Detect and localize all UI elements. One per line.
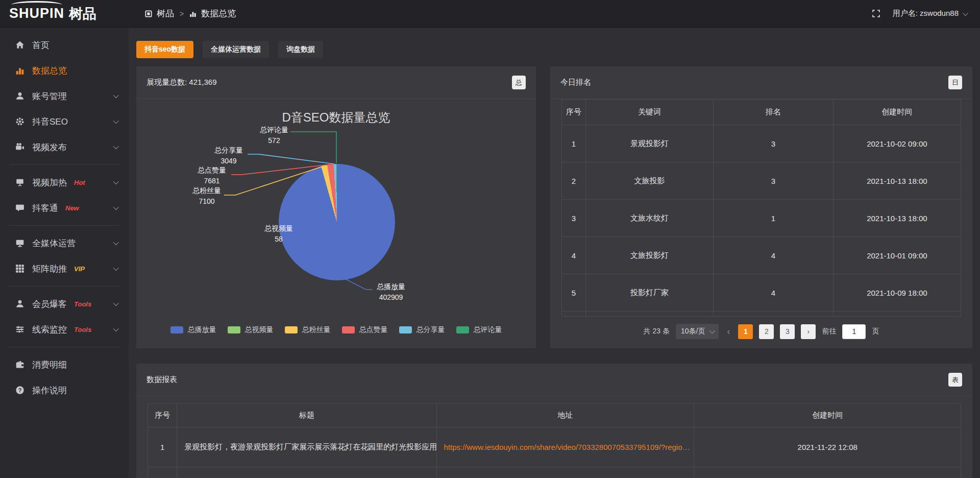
sidebar-divider bbox=[9, 164, 119, 165]
goto-page-input[interactable] bbox=[842, 324, 866, 339]
ranking-table: 序号 关键词 排名 创建时间 1景观投影灯32021-10-02 09:00 2… bbox=[561, 99, 961, 317]
sidebar-divider bbox=[9, 347, 119, 347]
impressions-total-label: 展现量总数: 421,369 bbox=[146, 78, 217, 87]
sidebar-item-account[interactable]: 账号管理 bbox=[0, 83, 129, 109]
sliders-icon bbox=[15, 325, 24, 334]
report-table: 序号 标题 地址 创建时间 1 景观投影灯，夜游景观投影灯厂家展示展示落花灯在花… bbox=[148, 403, 961, 478]
pie-callout-lines bbox=[136, 99, 536, 348]
sidebar-item-video-heat[interactable]: 视频加热 Hot bbox=[0, 170, 129, 195]
breadcrumb: 树品 > 数据总览 bbox=[145, 8, 236, 19]
svg-text:?: ? bbox=[18, 387, 22, 393]
chevron-down-icon bbox=[113, 179, 119, 184]
legend-item-plays[interactable]: 总播放量 bbox=[170, 325, 216, 334]
legend-swatch bbox=[456, 326, 469, 333]
goto-suffix-label: 页 bbox=[872, 327, 879, 336]
table-row: 4文旅投影灯42021-10-01 09:00 bbox=[562, 237, 961, 274]
fullscreen-icon[interactable] bbox=[872, 9, 880, 18]
breadcrumb-root[interactable]: 树品 bbox=[157, 8, 174, 19]
sidebar-item-spending-detail[interactable]: 消费明细 bbox=[0, 352, 129, 377]
total-count-label: 共 23 条 bbox=[644, 327, 670, 336]
user-icon bbox=[15, 91, 24, 101]
chevron-down-icon bbox=[113, 326, 119, 331]
sidebar-divider bbox=[9, 225, 119, 226]
chevron-down-icon bbox=[113, 92, 119, 98]
legend-item-fans[interactable]: 总粉丝量 bbox=[285, 325, 331, 334]
table-row: 3文旅水纹灯12021-10-13 18:00 bbox=[562, 200, 961, 237]
monitor-icon bbox=[15, 238, 24, 248]
chevron-down-icon bbox=[113, 265, 119, 271]
legend-item-comments[interactable]: 总评论量 bbox=[456, 325, 502, 334]
table-header-row: 序号 关键词 排名 创建时间 bbox=[562, 100, 961, 125]
tab-douyin-seo-data[interactable]: 抖音seo数据 bbox=[136, 41, 193, 58]
table-row: 2文旅投影32021-10-13 18:00 bbox=[562, 162, 961, 200]
page-size-select[interactable]: 10条/页 bbox=[676, 324, 719, 339]
chevron-down-icon bbox=[963, 10, 968, 15]
sidebar-item-douyin-seo[interactable]: 抖音SEO bbox=[0, 109, 129, 134]
user-menu[interactable]: 用户名: zswodun88 bbox=[893, 9, 967, 18]
created-time-cell: 2021-11-22 12:08 bbox=[694, 427, 961, 467]
legend-swatch bbox=[342, 326, 355, 333]
pie-chart: D音SEO数据量总览 总评论量572 总分享量3049 总点赞量7681 bbox=[136, 99, 536, 348]
table-row: 1 景观投影灯，夜游景观投影灯厂家展示展示落花灯在花园里的灯光投影应用效果 # … bbox=[148, 427, 961, 467]
legend-item-likes[interactable]: 总点赞量 bbox=[342, 325, 388, 334]
sidebar-item-video-publish[interactable]: 视频发布 bbox=[0, 134, 129, 160]
data-tabs: 抖音seo数据 全媒体运营数据 询盘数据 bbox=[136, 41, 972, 58]
legend-swatch bbox=[228, 326, 240, 333]
bar-chart-icon bbox=[15, 66, 24, 75]
legend-swatch bbox=[170, 326, 183, 333]
table-row: 5投影灯厂家42021-10-09 18:00 bbox=[562, 274, 961, 312]
sidebar-item-data-overview[interactable]: 数据总览 bbox=[0, 58, 129, 83]
page-button-3[interactable]: 3 bbox=[780, 324, 795, 339]
sidebar-item-matrix-boost[interactable]: 矩阵助推 VIP bbox=[0, 256, 129, 281]
video-title-cell: 景观投影灯，夜游景观投影灯厂家展示展示落花灯在花园里的灯光投影应用效果 # bbox=[177, 427, 436, 467]
table-header-row: 序号 标题 地址 创建时间 bbox=[148, 404, 961, 427]
report-panel-title: 数据报表 bbox=[146, 375, 177, 385]
home-icon bbox=[15, 40, 24, 50]
breadcrumb-separator: > bbox=[180, 10, 184, 18]
question-icon: ? bbox=[15, 386, 24, 395]
grid-icon bbox=[15, 264, 24, 273]
chevron-down-icon bbox=[113, 144, 119, 149]
new-badge: New bbox=[65, 204, 79, 212]
screen-icon bbox=[15, 178, 24, 187]
vip-badge: VIP bbox=[74, 265, 85, 273]
page-button-2[interactable]: 2 bbox=[759, 324, 774, 339]
table-toggle-button[interactable]: 表 bbox=[948, 373, 962, 387]
legend-swatch bbox=[399, 326, 412, 333]
data-report-panel: 数据报表 表 序号 标题 地址 创建时间 1 景观投影灯，夜游景观投影灯厂家展示… bbox=[136, 364, 972, 478]
video-url-link[interactable]: https://www.iesdouyin.com/share/video/70… bbox=[444, 443, 690, 451]
hot-badge: Hot bbox=[74, 179, 85, 186]
day-toggle-button[interactable]: 日 bbox=[948, 76, 962, 89]
app-logo: SHUPIN 树品 bbox=[0, 5, 129, 23]
sidebar-item-lead-monitor[interactable]: 线索监控 Tools bbox=[0, 317, 129, 342]
tab-inquiry-data[interactable]: 询盘数据 bbox=[278, 41, 323, 58]
goto-label: 前往 bbox=[822, 327, 836, 336]
sidebar-item-help[interactable]: ? 操作说明 bbox=[0, 377, 129, 403]
video-camera-icon bbox=[15, 142, 24, 152]
legend-item-shares[interactable]: 总分享量 bbox=[399, 325, 445, 334]
pie-label-fans: 总粉丝量7100 bbox=[192, 185, 221, 207]
table-row: 1景观投影灯32021-10-02 09:00 bbox=[562, 125, 961, 162]
legend-item-videos[interactable]: 总视频量 bbox=[228, 325, 274, 334]
sidebar-item-home[interactable]: 首页 bbox=[0, 32, 129, 58]
sidebar-divider bbox=[9, 286, 119, 286]
breadcrumb-current: 数据总览 bbox=[201, 8, 236, 19]
chat-icon bbox=[15, 203, 24, 212]
sidebar-item-douketong[interactable]: 抖客通 New bbox=[0, 195, 129, 221]
sidebar-item-media-operation[interactable]: 全媒体运营 bbox=[0, 230, 129, 256]
pie-label-likes: 总点赞量7681 bbox=[198, 165, 226, 186]
chevron-down-icon bbox=[113, 118, 119, 124]
total-toggle-button[interactable]: 总 bbox=[512, 76, 526, 89]
sidebar-item-member-burst[interactable]: 会员爆客 Tools bbox=[0, 291, 129, 317]
chevron-down-icon bbox=[113, 240, 119, 245]
next-page-icon[interactable]: › bbox=[801, 324, 816, 339]
pie-label-comments: 总评论量572 bbox=[260, 125, 288, 146]
gear-icon bbox=[15, 117, 24, 126]
prev-page-icon[interactable]: ‹ bbox=[725, 326, 732, 337]
today-ranking-panel: 今日排名 日 序号 关键词 排名 创建时间 1景观投影灯32021-10-02 … bbox=[550, 66, 972, 348]
page-button-1[interactable]: 1 bbox=[738, 324, 753, 339]
chart-legend: 总播放量 总视频量 总粉丝量 总点赞量 总分享量 总评论量 bbox=[136, 325, 536, 334]
pagination: 共 23 条 10条/页 ‹ 1 2 3 › 前往 页 bbox=[550, 324, 972, 339]
sidebar: 首页 数据总览 账号管理 抖音SEO 视频发布 视频加热 Hot 抖客通 New… bbox=[0, 28, 129, 478]
tab-media-operation-data[interactable]: 全媒体运营数据 bbox=[203, 41, 269, 58]
